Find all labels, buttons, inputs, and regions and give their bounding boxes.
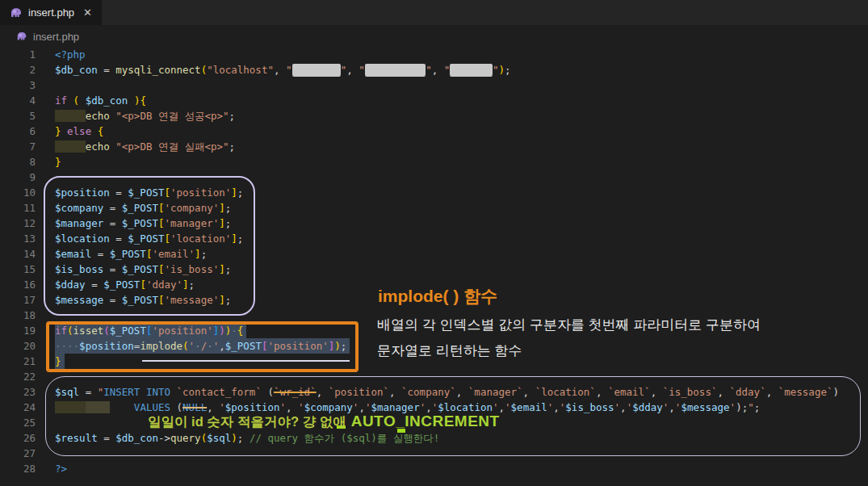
line-number: 22: [0, 369, 36, 384]
code-token: [55, 140, 86, 153]
code-token: ,: [523, 386, 535, 398]
line-number: 17: [0, 292, 36, 308]
code-token: ;: [225, 263, 232, 275]
code-token: (: [73, 94, 86, 107]
code-line: 19if(isset($_POST['position']))·{: [0, 323, 868, 338]
code-token: ,: [456, 386, 468, 398]
code-token: INSERT: [103, 386, 140, 398]
code-token: [: [164, 233, 170, 245]
code-token: ]: [195, 248, 201, 260]
code-token: =: [103, 294, 122, 306]
code-token: $dday: [55, 279, 86, 291]
code-line-content: $db_con = mysqli_connect("localhost", " …: [55, 62, 511, 78]
line-number: 5: [0, 108, 36, 124]
breadcrumb[interactable]: insert.php: [16, 27, 79, 45]
code-line-content: $location = $_POST['location'];: [55, 231, 243, 246]
code-token: `company`: [401, 386, 456, 398]
code-line: 7 echo "<p>DB 연결 실패<p>";: [0, 139, 868, 154]
redacted-credential: [292, 64, 341, 76]
code-token: implode: [140, 340, 182, 352]
code-token: ': [298, 401, 304, 413]
code-token: $manager: [371, 401, 419, 413]
code-token: ): [231, 432, 237, 444]
code-token: {: [140, 94, 146, 107]
code-token: 'position': [170, 186, 231, 199]
line-number: 6: [0, 124, 36, 139]
code-token: $message: [55, 294, 103, 306]
code-line-content: $result = $db_con->query($sql); // query…: [55, 430, 439, 446]
code-line: 20····$position=implode('·/·',$_POST['po…: [0, 338, 868, 354]
code-token: $is_boss: [55, 263, 103, 275]
code-token: ": [359, 64, 365, 76]
close-icon[interactable]: ✕: [83, 6, 92, 19]
code-token: [128, 94, 134, 107]
code-token: [55, 401, 86, 413]
code-token: $_POST: [110, 325, 146, 337]
code-token: 'location': [170, 233, 231, 245]
code-token: 'is_boss': [164, 263, 219, 275]
code-token: ,: [346, 64, 359, 76]
code-line: 23$sql = "INSERT INTO `contact_form` (`w…: [0, 384, 868, 400]
code-token: ,: [499, 401, 505, 413]
code-line: 24 VALUES (NULL, '$position', '$company'…: [0, 400, 868, 415]
code-token: ': [189, 340, 195, 352]
code-token: ;: [189, 279, 195, 291]
code-token: ,: [274, 64, 286, 76]
code-token: $_POST: [122, 202, 158, 214]
code-line: 17$message = $_POST['message'];: [0, 292, 868, 308]
line-number: 21: [0, 354, 36, 369]
code-token: ;: [229, 110, 236, 122]
code-token: `email`: [608, 386, 651, 398]
code-token: ,: [359, 401, 365, 413]
code-token: $_POST: [225, 340, 262, 352]
code-token: $location: [55, 233, 110, 245]
code-token: `is_boss`: [663, 386, 718, 398]
code-token: ?>: [55, 463, 67, 475]
code-token: $position: [79, 340, 134, 352]
code-token: ]: [231, 186, 237, 199]
redacted-credential: [365, 64, 426, 76]
code-token: $_POST: [122, 294, 158, 306]
line-number: 27: [0, 446, 36, 461]
code-token: ;: [225, 294, 232, 306]
code-line-content: <?php: [55, 47, 86, 62]
tab-title: insert.php: [28, 6, 74, 19]
code-line: 14$email = $_POST['email'];: [0, 246, 868, 262]
code-line-content: $email = $_POST['email'];: [55, 246, 207, 262]
code-line: 3: [0, 78, 868, 93]
code-token: ····: [55, 340, 79, 352]
code-line: 2$db_con = mysqli_connect("localhost", "…: [0, 62, 868, 78]
code-token: if: [55, 94, 67, 107]
code-line: 13$location = $_POST['location'];: [0, 231, 868, 246]
tab-bar: insert.php ✕: [0, 0, 868, 25]
code-token: ]: [231, 233, 237, 245]
line-number: 2: [0, 62, 36, 78]
code-token: ,: [317, 386, 329, 398]
code-line: 9: [0, 170, 868, 185]
code-token: ;: [225, 202, 232, 214]
code-token: [110, 401, 134, 413]
code-line: 27: [0, 446, 868, 461]
code-token: ,: [620, 401, 627, 413]
code-token: ·: [195, 340, 201, 352]
code-token: ]: [219, 217, 225, 229]
code-line: 15$is_boss = $_POST['is_boss'];: [0, 262, 868, 277]
code-token: $sql: [55, 386, 79, 398]
tab-insert-php[interactable]: insert.php ✕: [0, 0, 102, 25]
code-line-content: $manager = $_POST['manager'];: [55, 216, 231, 231]
code-token: $db_con: [55, 64, 98, 76]
code-token: }: [55, 156, 61, 168]
code-token: ,: [432, 64, 444, 76]
code-token: $_POST: [110, 248, 146, 260]
code-editor[interactable]: 1<?php2$db_con = mysqli_connect("localho…: [0, 47, 868, 476]
code-token: ": [493, 64, 499, 76]
code-line-content: }: [55, 354, 61, 369]
line-number: 23: [0, 384, 36, 400]
code-token: ': [505, 401, 511, 413]
code-token: (: [67, 325, 73, 337]
code-line: 4if ( $db_con ){: [0, 93, 868, 108]
code-token: ·: [231, 325, 237, 337]
code-token: ': [219, 401, 225, 413]
line-number: 14: [0, 246, 36, 262]
code-token: =: [98, 64, 116, 76]
